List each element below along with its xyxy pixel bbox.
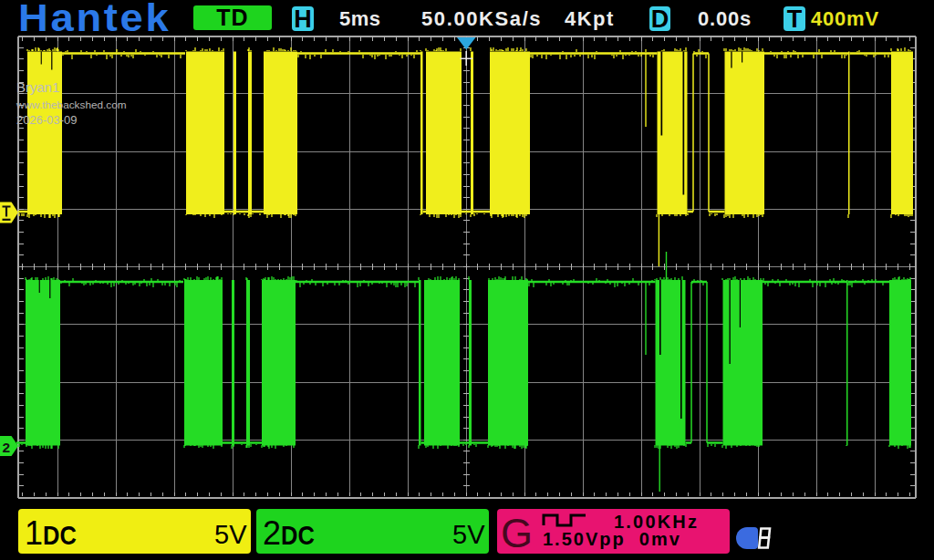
svg-text:2: 2 <box>3 440 11 455</box>
